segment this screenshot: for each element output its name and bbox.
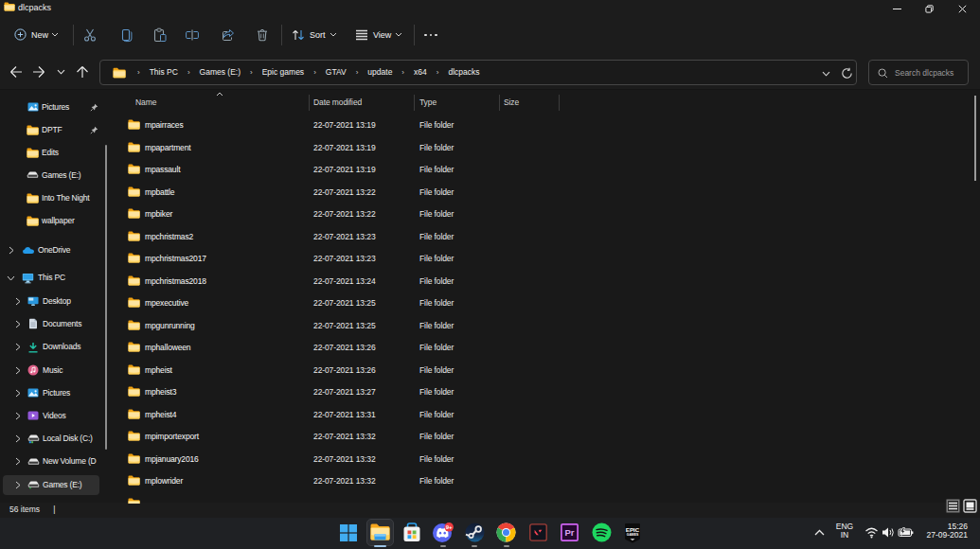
svg-text:EPIC: EPIC [626,526,640,533]
svg-text:Pr: Pr [564,527,574,538]
svg-text:9+: 9+ [446,524,453,530]
svg-text:GAMES: GAMES [627,533,639,537]
